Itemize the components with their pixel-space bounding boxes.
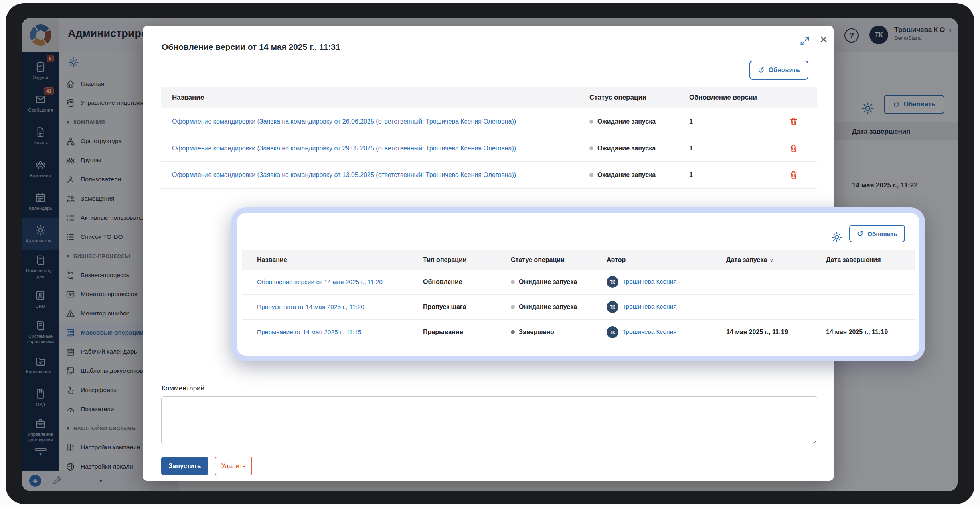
- trash-icon: [789, 170, 798, 180]
- object-link[interactable]: Оформление командировки (Заявка на коман…: [172, 171, 516, 178]
- column-header-start-date[interactable]: Дата запуска∨: [714, 256, 814, 264]
- start-date: 14 мая 2025 г., 11:19: [714, 329, 814, 336]
- operations-objects-table: Название Статус операции Обновление верс…: [161, 87, 817, 189]
- delete-row-button[interactable]: [789, 170, 798, 180]
- trash-icon: [789, 117, 798, 126]
- modal-title: Обновление версии от 14 мая 2025 г., 11:…: [162, 42, 340, 52]
- column-header-status: Статус операции: [579, 94, 678, 102]
- table-row: Прерывание от 14 мая 2025 г., 11:15 Прер…: [242, 320, 915, 345]
- operation-link[interactable]: Пропуск шага от 14 мая 2025 г., 11:20: [257, 303, 364, 310]
- close-modal-button[interactable]: ×: [816, 31, 832, 47]
- version-value: 1: [678, 171, 770, 179]
- table-row: Оформление командировки (Заявка на коман…: [161, 135, 817, 162]
- status-waiting-icon: [589, 146, 593, 150]
- author-avatar: ТК: [607, 326, 618, 338]
- author-avatar: ТК: [607, 276, 618, 288]
- column-header-name: Название: [242, 256, 411, 264]
- table-row: Пропуск шага от 14 мая 2025 г., 11:20 Пр…: [242, 295, 915, 320]
- author-link[interactable]: Трошичева Ксения: [622, 278, 677, 286]
- version-value: 1: [678, 145, 770, 152]
- column-header-version: Обновление версии: [678, 94, 770, 102]
- author-avatar: ТК: [607, 301, 618, 313]
- operations-panel-highlight: ↺Обновить Название Тип операции Статус о…: [231, 207, 925, 361]
- operation-link[interactable]: Обновление версии от 14 мая 2025 г., 11:…: [257, 278, 383, 285]
- refresh-icon: ↺: [857, 230, 864, 238]
- column-header-author: Автор: [595, 256, 714, 264]
- run-button[interactable]: Запустить: [161, 457, 208, 475]
- table-header-row: Название Тип операции Статус операции Ав…: [242, 250, 915, 270]
- close-icon: ×: [820, 32, 828, 46]
- column-header-name: Название: [161, 94, 579, 102]
- status-waiting-icon: [589, 173, 593, 177]
- status-waiting-icon: [589, 120, 593, 124]
- column-header-type: Тип операции: [411, 256, 499, 264]
- end-date: 14 мая 2025 г., 11:19: [814, 329, 915, 336]
- app-window: Администрирование ? ТК Трошичева К О∨ De…: [22, 18, 958, 491]
- refresh-icon: ↺: [758, 66, 765, 74]
- column-header-end-date: Дата завершения: [814, 256, 915, 264]
- panel-refresh-button[interactable]: ↺Обновить: [849, 225, 905, 242]
- footer-divider: [143, 450, 834, 450]
- expand-modal-button[interactable]: [799, 35, 810, 47]
- comment-label: Комментарий: [162, 384, 204, 392]
- modal-refresh-button[interactable]: ↺Обновить: [749, 61, 808, 80]
- author-link[interactable]: Трошичева Ксения: [622, 328, 677, 336]
- object-link[interactable]: Оформление командировки (Заявка на коман…: [172, 145, 516, 152]
- status-done-icon: [511, 330, 515, 334]
- expand-icon: [799, 35, 810, 47]
- author-link[interactable]: Трошичева Ксения: [622, 303, 677, 311]
- trash-icon: [789, 144, 798, 153]
- column-header-status: Статус операции: [499, 256, 595, 264]
- status-waiting-icon: [511, 280, 515, 284]
- comment-textarea[interactable]: [161, 396, 817, 444]
- table-row: Оформление командировки (Заявка на коман…: [161, 108, 817, 135]
- object-link[interactable]: Оформление командировки (Заявка на коман…: [172, 118, 516, 125]
- version-value: 1: [678, 118, 770, 125]
- operations-history-table: Название Тип операции Статус операции Ав…: [242, 250, 915, 345]
- operation-link[interactable]: Прерывание от 14 мая 2025 г., 11:15: [257, 329, 361, 335]
- panel-settings-gear-icon[interactable]: [831, 231, 843, 243]
- table-row: Обновление версии от 14 мая 2025 г., 11:…: [242, 270, 915, 295]
- delete-row-button[interactable]: [789, 144, 798, 153]
- table-header-row: Название Статус операции Обновление верс…: [161, 87, 817, 108]
- sort-desc-icon: ∨: [770, 258, 773, 263]
- status-waiting-icon: [511, 305, 515, 309]
- delete-button[interactable]: Удалить: [215, 457, 252, 475]
- screen: Администрирование ? ТК Трошичева К О∨ De…: [0, 0, 980, 508]
- delete-row-button[interactable]: [789, 117, 798, 126]
- table-row: Оформление командировки (Заявка на коман…: [161, 162, 817, 189]
